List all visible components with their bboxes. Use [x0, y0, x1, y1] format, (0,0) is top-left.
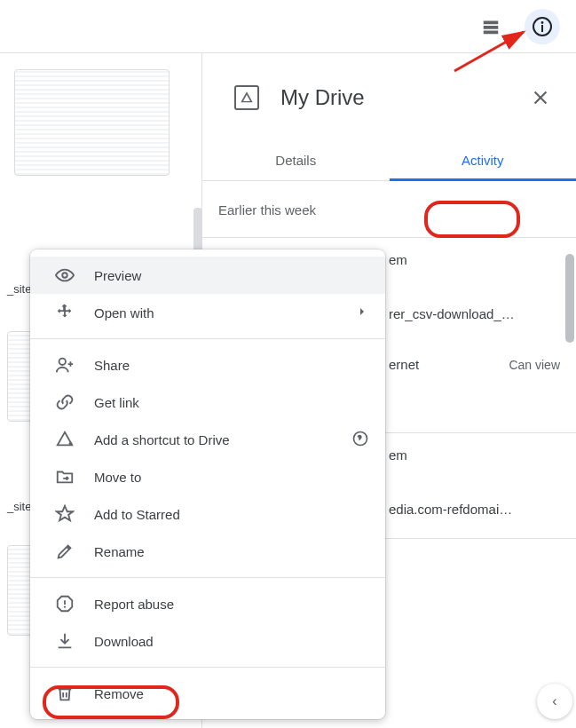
drive-icon [234, 85, 259, 110]
close-icon [531, 88, 550, 107]
link-icon [55, 392, 75, 412]
menu-separator [30, 577, 385, 578]
eye-icon [55, 265, 75, 285]
folder-move-icon [55, 467, 75, 487]
file-thumbnail[interactable] [14, 69, 170, 176]
collapse-fab[interactable]: ‹ [537, 684, 572, 719]
menu-item-add-starred[interactable]: Add to Starred [30, 495, 385, 533]
tab-label: Activity [462, 153, 504, 168]
panel-title: My Drive [280, 85, 523, 110]
menu-label: Add a shortcut to Drive [94, 432, 332, 447]
drive-shortcut-icon [55, 430, 75, 449]
menu-item-rename[interactable]: Rename [30, 533, 385, 570]
menu-separator [30, 667, 385, 668]
scrollbar-thumb[interactable] [565, 254, 574, 343]
menu-label: Remove [94, 686, 369, 701]
move-arrows-icon [55, 303, 75, 322]
info-button[interactable] [525, 9, 560, 44]
menu-item-get-link[interactable]: Get link [30, 384, 385, 421]
menu-label: Download [94, 634, 369, 649]
list-view-button[interactable] [473, 9, 509, 44]
activity-action: em [389, 447, 407, 463]
activity-share-target: ernet [389, 357, 419, 372]
tab-activity[interactable]: Activity [390, 140, 577, 180]
menu-label: Rename [94, 544, 369, 559]
menu-label: Preview [94, 268, 369, 283]
activity-file-name: edia.com-refdomai… [389, 502, 560, 517]
tab-details[interactable]: Details [202, 140, 390, 180]
menu-item-download[interactable]: Download [30, 622, 385, 660]
activity-action: em [389, 252, 407, 267]
trash-icon [55, 684, 75, 703]
download-icon [55, 631, 75, 651]
menu-label: Get link [94, 395, 369, 410]
svg-rect-2 [541, 25, 543, 32]
pencil-icon [55, 542, 75, 561]
star-icon [55, 504, 75, 524]
report-icon [55, 594, 75, 613]
svg-point-9 [64, 606, 66, 608]
menu-item-add-shortcut[interactable]: Add a shortcut to Drive [30, 421, 385, 458]
info-icon [532, 16, 553, 37]
menu-item-remove[interactable]: Remove [30, 675, 385, 712]
top-toolbar [0, 0, 576, 53]
person-add-icon [55, 355, 75, 375]
help-icon[interactable] [351, 430, 369, 450]
svg-point-1 [541, 21, 544, 24]
activity-section-label: Earlier this week [202, 181, 576, 238]
menu-item-preview[interactable]: Preview [30, 257, 385, 294]
menu-separator [30, 338, 385, 339]
chevron-right-icon [355, 305, 369, 321]
context-menu: Preview Open with Share Get link Add a s… [30, 249, 385, 719]
panel-tabs: Details Activity [202, 140, 576, 181]
menu-label: Report abuse [94, 597, 369, 612]
menu-label: Open with [94, 305, 335, 320]
svg-point-5 [59, 359, 66, 365]
list-view-icon [481, 17, 501, 36]
menu-label: Add to Starred [94, 507, 369, 522]
tab-label: Details [275, 153, 316, 168]
menu-item-share[interactable]: Share [30, 346, 385, 384]
menu-label: Move to [94, 470, 369, 485]
activity-permission: Can view [509, 358, 560, 372]
chevron-left-icon: ‹ [552, 693, 556, 709]
menu-item-move-to[interactable]: Move to [30, 458, 385, 495]
svg-point-4 [62, 273, 67, 278]
activity-file-name: rer_csv-download_… [389, 306, 560, 321]
menu-item-open-with[interactable]: Open with [30, 294, 385, 331]
menu-item-report-abuse[interactable]: Report abuse [30, 585, 385, 622]
panel-header: My Drive [202, 53, 576, 140]
close-panel-button[interactable] [523, 80, 558, 115]
menu-label: Share [94, 358, 369, 373]
